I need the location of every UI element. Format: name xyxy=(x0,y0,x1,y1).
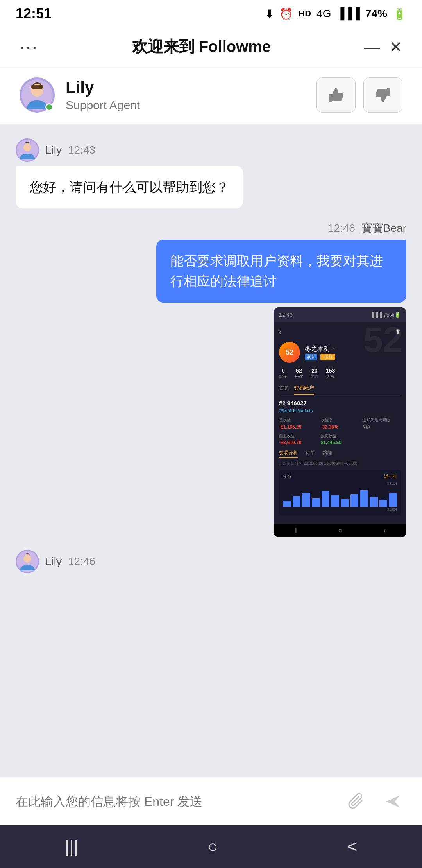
lily-time-2: 12:46 xyxy=(68,555,95,568)
message-lily-2: Lily 12:46 xyxy=(16,550,406,577)
back-button[interactable]: ||| xyxy=(49,833,94,860)
ss-profile-avatar: 52 xyxy=(279,342,300,363)
send-button[interactable] xyxy=(380,788,406,815)
thumbs-up-button[interactable] xyxy=(316,77,356,113)
user-msg-time: 12:46 xyxy=(328,222,355,235)
home-button[interactable]: ○ xyxy=(192,833,234,860)
agent-name: Lily xyxy=(66,78,140,97)
msg-meta-lily-1: Lily 12:43 xyxy=(16,138,95,162)
svg-point-4 xyxy=(23,143,31,151)
ss-topbar: 12:43 ▐▐▐ 75%🔋 xyxy=(274,307,406,322)
screenshot-card: 12:43 ▐▐▐ 75%🔋 52 ‹ ⬆ 52 xyxy=(274,307,406,537)
agent-role: Support Agent xyxy=(66,99,140,112)
status-icons: ⬇ ⏰ HD 4G ▐▐▐ 74% 🔋 xyxy=(265,7,406,20)
msg-meta-user-1: 寶寶Bear 12:46 xyxy=(328,221,406,236)
ss-sub-tabs: 交易分析 订单 跟随 xyxy=(279,450,401,458)
thumbs-down-button[interactable] xyxy=(363,77,402,113)
ss-chart-area: 收益 近一年 $3114 xyxy=(279,470,401,515)
lily-sender-2: Lily xyxy=(45,555,62,568)
ss-broker: 跟随者 ICMarkets xyxy=(279,408,401,414)
lily-msg-time: 12:43 xyxy=(68,144,95,156)
user-bubble-1: 能否要求调取用户资料，我要对其进行相应的法律追讨 xyxy=(156,240,406,303)
recent-button[interactable]: < xyxy=(332,833,373,860)
ss-tabs: 首页 交易账户 xyxy=(279,384,401,395)
input-area xyxy=(0,778,422,825)
nav-bar: ||| ○ < xyxy=(0,825,422,868)
alarm-icon: ⏰ xyxy=(279,7,293,20)
ss-updated: 上次更新时间 2019/08/26 10:39(GMT+08:00) xyxy=(279,461,401,466)
chat-input[interactable] xyxy=(16,794,334,809)
lily-sender-label: Lily xyxy=(45,144,62,156)
hd-icon: HD xyxy=(299,9,311,19)
menu-dots[interactable]: ··· xyxy=(20,37,39,57)
signal-icon: ▐▐▐ xyxy=(336,7,360,20)
ss-username: 冬之木刻 xyxy=(305,345,330,353)
message-lily-1: Lily 12:43 您好，请问有什么可以帮助到您？ xyxy=(16,138,406,208)
agent-name-block: Lily Support Agent xyxy=(66,78,140,112)
user-sender-label: 寶寶Bear xyxy=(361,221,406,236)
minimize-button[interactable]: — xyxy=(364,39,380,55)
agent-header: Lily Support Agent xyxy=(0,66,422,124)
window-actions: — ✕ xyxy=(364,39,402,55)
ss-chart-bars xyxy=(283,487,397,507)
ss-body: 52 ‹ ⬆ 52 冬之木刻 ♂ xyxy=(274,322,406,521)
status-time: 12:51 xyxy=(16,5,52,22)
lily-avatar-1 xyxy=(16,138,39,162)
chat-area: Lily 12:43 您好，请问有什么可以帮助到您？ 寶寶Bear 12:46 … xyxy=(0,124,422,778)
svg-point-6 xyxy=(23,555,31,563)
ss-metrics: 总收益 -$1,165.29 收益率 -32.36% 近13周最大回撤 N/A … xyxy=(279,418,401,446)
battery-icon: 🔋 xyxy=(393,7,406,20)
lily-bubble-1: 您好，请问有什么可以帮助到您？ xyxy=(16,166,243,208)
ss-stats: 0 帖子 62 粉丝 23 关注 158 人气 xyxy=(279,368,401,380)
window-title: 欢迎来到 Followme xyxy=(132,36,271,57)
network-icon: 4G xyxy=(316,7,331,20)
agent-avatar-wrap xyxy=(20,77,55,113)
attach-button[interactable] xyxy=(344,788,370,815)
close-button[interactable]: ✕ xyxy=(389,39,402,55)
lily-avatar-2 xyxy=(16,550,39,573)
battery-text: 74% xyxy=(365,7,387,20)
ss-account-id: #2 946027 xyxy=(279,400,401,406)
msg-meta-lily-2: Lily 12:46 xyxy=(16,550,95,573)
online-indicator xyxy=(45,103,53,111)
ss-bottom-nav: ⦀ ○ ‹ xyxy=(274,524,406,537)
status-bar: 12:51 ⬇ ⏰ HD 4G ▐▐▐ 74% 🔋 xyxy=(0,0,422,27)
agent-info: Lily Support Agent xyxy=(20,77,140,113)
agent-actions[interactable] xyxy=(316,77,402,113)
title-bar: ··· 欢迎来到 Followme — ✕ xyxy=(0,27,422,66)
message-user-1: 寶寶Bear 12:46 能否要求调取用户资料，我要对其进行相应的法律追讨 12… xyxy=(16,221,406,537)
svg-rect-2 xyxy=(31,85,43,89)
download-icon: ⬇ xyxy=(265,7,274,20)
